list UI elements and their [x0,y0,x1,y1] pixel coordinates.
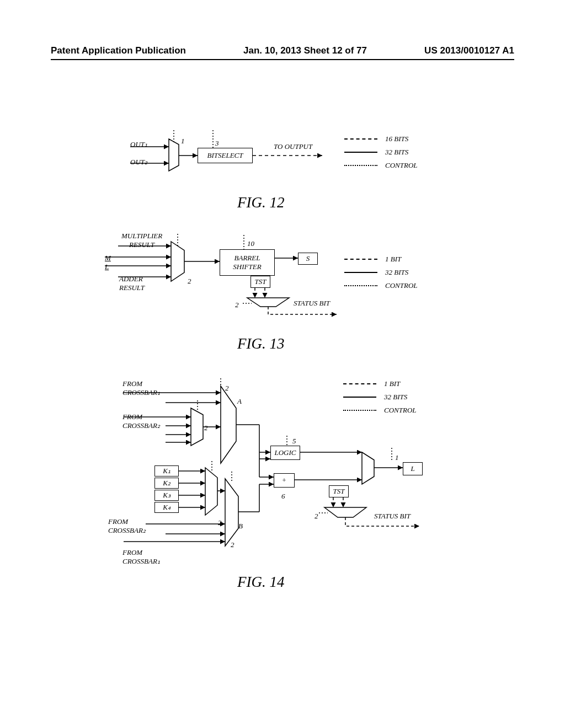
svg-marker-61 [324,507,366,517]
fig14-from-cb1a: FROM CROSSBAR₁ [122,379,160,397]
dashed-line-icon [343,383,376,384]
svg-marker-0 [169,139,179,171]
fig13-legend-1bit: 1 BIT [385,255,401,264]
solid-line-icon [343,397,376,398]
fig12-legend-32bits: 32 BITS [385,148,408,157]
fig14-k3-box: K₃ [154,490,179,501]
fig13-statusbit-label: STATUS BIT [294,299,330,308]
fig14-from-cb1b: FROM CROSSBAR₁ [122,548,160,566]
fig13-barrel-text: BARREL SHIFTER [233,254,261,271]
fig13-barrel-box: BARREL SHIFTER [220,249,275,276]
fig13-adder-label: ADDER RESULT [119,275,145,292]
fig13-tst-box: TST [250,276,270,288]
fig13-s-box: S [298,253,318,265]
fig14-legend-32bits: 32 BITS [384,393,407,402]
fig12-legend-16bits: 16 BITS [385,135,408,143]
fig14-legend-1bit: 1 BIT [384,379,400,388]
page-header: Patent Application Publication Jan. 10, … [0,45,565,56]
fig14-label-b: B [238,522,243,531]
fig14-plus-num: 6 [281,492,285,501]
fig12-caption: FIG. 12 [237,194,284,211]
fig13-legend-control: CONTROL [385,281,418,290]
fig14-tst-text: TST [333,487,345,496]
fig13-legend: 1 BIT 32 BITS CONTROL [344,255,418,295]
fig12-legend-row-16bits: 16 BITS [344,135,418,143]
fig13-legend-row-control: CONTROL [344,281,418,290]
fig13-caption: FIG. 13 [237,335,284,352]
dashed-line-icon [344,259,377,260]
header-right: US 2013/0010127 A1 [424,45,514,56]
solid-line-icon [344,152,377,153]
fig12-out1-label: OUT₁ [130,140,147,149]
fig14-plus-box: + [274,473,295,488]
fig12-legend-row-32bits: 32 BITS [344,148,418,157]
fig14-label-a: A [237,397,242,406]
dotted-line-icon [344,165,377,166]
fig14-legend-row-control: CONTROL [343,406,417,415]
fig14-statusbit-label: STATUS BIT [374,512,411,521]
fig12-box-num: 3 [215,139,219,148]
fig12-bitselect-box: BITSELECT [198,148,253,163]
fig14-tst-box: TST [329,485,349,497]
fig14-k2-box: K₂ [154,478,179,489]
fig13-legend-row-1bit: 1 BIT [344,255,418,264]
fig13-mult-label: MULTIPLIER RESULT [121,232,162,249]
svg-marker-54 [362,452,374,484]
fig14-logic-box: LOGIC [270,446,300,460]
svg-marker-7 [171,242,184,281]
svg-marker-24 [225,479,238,546]
fig13-m-label: M [105,254,111,263]
fig12-legend: 16 BITS 32 BITS CONTROL [344,135,418,174]
fig14-legend-control: CONTROL [384,406,417,415]
fig12-bitselect-text: BITSELECT [207,151,243,160]
fig13-legend-row-32bits: 32 BITS [344,268,418,277]
diagram-wires [0,0,565,728]
fig14-mux-inner-a-num: 2 [204,424,208,432]
fig13-demux-num: 2 [235,301,239,309]
fig14-legend-row-32bits: 32 BITS [343,393,417,402]
header-center: Jan. 10, 2013 Sheet 12 of 77 [243,45,367,56]
fig14-k1-box: K₁ [154,465,179,477]
fig14-mux-b-num: 2 [231,540,234,549]
fig13-l-label: L [105,263,109,271]
fig12-out2-label: OUT₂ [130,158,147,167]
fig14-k1: K₁ [163,467,170,475]
fig14-from-cb2b: FROM CROSSBAR₂ [108,517,146,535]
fig13-mux-num: 2 [188,277,191,286]
fig14-from-cb2a: FROM CROSSBAR₂ [122,413,160,430]
fig14-k3: K₃ [163,491,170,500]
fig14-caption: FIG. 14 [237,574,284,591]
dotted-line-icon [343,410,376,411]
fig14-plus-text: + [282,476,287,485]
fig14-demux-num: 2 [315,512,318,521]
svg-marker-22 [191,408,203,446]
header-left: Patent Application Publication [51,45,186,56]
fig13-legend-32bits: 32 BITS [385,268,408,277]
solid-line-icon [344,272,377,273]
fig14-legend-row-1bit: 1 BIT [343,379,417,388]
fig14-legend: 1 BIT 32 BITS CONTROL [343,379,417,419]
fig14-mux-inner-b-num: 2 [218,518,222,527]
header-rule [51,59,514,60]
fig12-legend-control: CONTROL [385,161,418,170]
fig14-k2: K₂ [163,479,170,488]
fig14-l-text: L [411,464,414,473]
fig13-s-text: S [306,254,310,263]
fig13-barrel-num: 10 [247,239,254,248]
fig12-legend-row-control: CONTROL [344,161,418,170]
fig12-mux-num: 1 [181,137,185,146]
dashed-line-icon [344,138,377,140]
fig14-mux-a-num: 2 [225,384,229,393]
fig14-l-box: L [403,462,423,475]
fig13-tst-text: TST [255,277,266,286]
fig14-logic-num: 5 [292,437,296,446]
fig14-k4-box: K₄ [154,502,179,513]
fig14-logic-text: LOGIC [274,448,296,457]
svg-marker-21 [221,386,236,463]
dotted-line-icon [344,285,377,286]
fig12-to-output-label: TO OUTPUT [274,142,312,151]
fig14-muxout-num: 1 [395,453,399,462]
svg-marker-19 [247,298,289,307]
svg-marker-23 [205,468,217,515]
fig14-k4: K₄ [163,503,170,512]
